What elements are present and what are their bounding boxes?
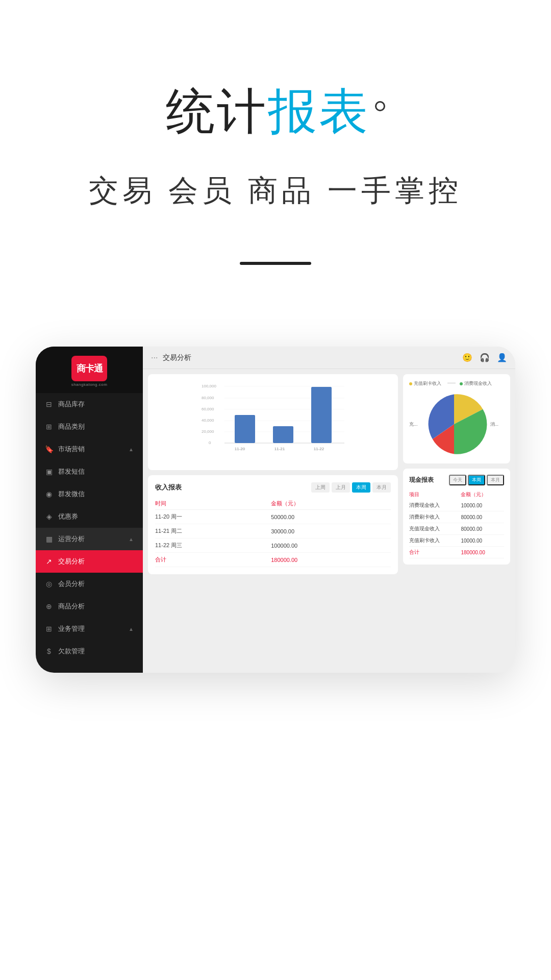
total-amount: 180000.00 — [461, 547, 504, 558]
cash-data-table: 项目 金额（元） 消费现金收入 10000.00 消费刷卡收入 80 — [409, 489, 504, 558]
sidebar-label: 商品库存 — [58, 400, 85, 409]
bar-chart-card: 100,000 80,000 60,000 40,000 20,000 0 — [148, 374, 398, 470]
headphone-icon[interactable]: 🎧 — [480, 353, 490, 362]
income-title: 收入报表 — [155, 483, 182, 492]
dashboard-screenshot: 商卡通 shangkatong.com ⊟ 商品库存 ⊞ 商品类别 🔖 市场营销… — [36, 347, 515, 673]
logo-box: 商卡通 — [71, 356, 107, 381]
sidebar-item-group-wechat[interactable]: ◉ 群发微信 — [36, 483, 143, 505]
money-icon: $ — [45, 647, 53, 655]
legend-dot — [460, 382, 463, 385]
pie-container: 充... 消... — [409, 391, 504, 457]
total-label: 合计 — [409, 547, 461, 558]
cash-tab-group: 今天 本周 本月 — [449, 475, 504, 485]
sidebar-item-coupons[interactable]: ◈ 优惠券 — [36, 505, 143, 528]
sidebar-item-debt-management[interactable]: $ 欠款管理 — [36, 640, 143, 663]
user-icon[interactable]: 👤 — [497, 353, 507, 362]
legend-item-recharge-card: 充值刷卡收入 — [409, 380, 441, 387]
topbar: ··· 交易分析 🙂 🎧 👤 — [143, 347, 515, 369]
table-row: 11-21 周二 30000.00 — [155, 524, 391, 538]
legend-label: 消费现金收入 — [464, 380, 492, 387]
sidebar-label: 商品分析 — [58, 602, 85, 611]
tab-this-week[interactable]: 本周 — [352, 482, 370, 493]
table-row: 11-22 周三 100000.00 — [155, 538, 391, 553]
pie-label-left: 充... — [409, 421, 418, 428]
table-icon: ⊞ — [45, 625, 53, 633]
sidebar-item-ops-analysis[interactable]: ▦ 运营分析 ▲ — [36, 528, 143, 550]
cash-title: 现金报表 — [409, 476, 434, 484]
cash-header: 现金报表 今天 本周 本月 — [409, 475, 504, 485]
grid-icon: ⊞ — [45, 423, 53, 431]
chevron-up-icon: ▲ — [129, 536, 134, 542]
smile-icon[interactable]: 🙂 — [462, 353, 472, 362]
sidebar-logo: 商卡通 shangkatong.com — [36, 347, 143, 393]
row-amount: 100000.00 — [271, 538, 391, 553]
table-row: 11-20 周一 50000.00 — [155, 510, 391, 524]
svg-text:100,000: 100,000 — [202, 384, 216, 388]
topbar-icons: 🙂 🎧 👤 — [462, 353, 507, 362]
tab-last-month[interactable]: 上月 — [332, 482, 350, 493]
table-row: 充值现金收入 80000.00 — [409, 523, 504, 535]
col-date: 时间 — [155, 498, 271, 510]
income-table-header: 收入报表 上周 上月 本周 本月 — [155, 482, 391, 493]
sidebar-item-goods-analysis[interactable]: ⊕ 商品分析 — [36, 595, 143, 618]
row-amount: 80000.00 — [461, 523, 504, 535]
row-date: 11-21 周二 — [155, 524, 271, 538]
tab-this-month[interactable]: 本月 — [372, 482, 391, 493]
sidebar-item-group-sms[interactable]: ▣ 群发短信 — [36, 460, 143, 483]
tab-today[interactable]: 今天 — [449, 475, 466, 485]
sidebar-item-market-marketing[interactable]: 🔖 市场营销 ▲ — [36, 438, 143, 460]
left-panel: 100,000 80,000 60,000 40,000 20,000 0 — [148, 374, 398, 668]
pie-chart-card: 充值刷卡收入 —— 消费现金收入 充... — [403, 374, 510, 463]
tag-icon: ◈ — [45, 512, 53, 521]
sidebar-item-biz-management[interactable]: ⊞ 业务管理 ▲ — [36, 618, 143, 640]
sidebar-label: 欠款管理 — [58, 647, 85, 656]
sidebar-item-member-analysis[interactable]: ◎ 会员分析 — [36, 573, 143, 595]
svg-text:80,000: 80,000 — [202, 396, 214, 400]
sidebar-item-goods-inventory[interactable]: ⊟ 商品库存 — [36, 393, 143, 415]
menu-dots[interactable]: ··· — [151, 353, 158, 362]
sidebar-label: 业务管理 — [58, 624, 85, 633]
col-item: 项目 — [409, 489, 461, 500]
total-row: 合计 180000.00 — [409, 547, 504, 558]
chevron-up-icon: ▲ — [129, 447, 134, 452]
svg-rect-14 — [311, 387, 332, 443]
row-amount: 80000.00 — [461, 511, 504, 523]
hero-subtitle: 交易 会员 商品 一手掌控 — [0, 171, 551, 211]
svg-text:11-22: 11-22 — [314, 447, 324, 451]
cart-icon: ⊟ — [45, 400, 53, 408]
tab-last-week[interactable]: 上周 — [311, 482, 330, 493]
col-amount: 金额（元） — [271, 498, 391, 510]
tab-this-month[interactable]: 本月 — [487, 475, 504, 485]
legend-item-spend-cash: 消费现金收入 — [460, 380, 492, 387]
sidebar-item-trade-analysis[interactable]: ↗ 交易分析 — [36, 550, 143, 573]
chevron-up-icon: ▲ — [129, 626, 134, 632]
logo-sub: shangkatong.com — [71, 382, 108, 387]
income-tab-group: 上周 上月 本周 本月 — [311, 482, 391, 493]
cash-table-card: 现金报表 今天 本周 本月 项目 金额（元） — [403, 469, 510, 565]
svg-rect-13 — [273, 426, 293, 443]
sms-icon: ▣ — [45, 468, 53, 476]
sidebar-item-goods-category[interactable]: ⊞ 商品类别 — [36, 415, 143, 438]
pie-chart-svg — [421, 391, 487, 457]
row-amount: 30000.00 — [271, 524, 391, 538]
legend-label: 充值刷卡收入 — [414, 380, 441, 387]
row-item: 消费现金收入 — [409, 500, 461, 511]
sidebar-label: 会员分析 — [58, 579, 85, 589]
svg-text:60,000: 60,000 — [202, 407, 214, 411]
sidebar-label: 群发短信 — [58, 467, 85, 476]
row-item: 充值现金收入 — [409, 523, 461, 535]
sidebar-label: 交易分析 — [58, 557, 85, 566]
hero-section: 统计报表 交易 会员 商品 一手掌控 — [0, 0, 551, 296]
total-row: 合计 180000.00 — [155, 553, 391, 567]
svg-text:20,000: 20,000 — [202, 429, 214, 434]
sidebar-label: 商品类别 — [58, 422, 85, 431]
sidebar: 商卡通 shangkatong.com ⊟ 商品库存 ⊞ 商品类别 🔖 市场营销… — [36, 347, 143, 673]
svg-text:11-20: 11-20 — [235, 447, 245, 451]
tab-this-week[interactable]: 本周 — [468, 475, 485, 485]
title-accent: 报表 — [268, 84, 370, 138]
sidebar-label: 运营分析 — [58, 534, 85, 544]
pie-legend: 充值刷卡收入 —— 消费现金收入 — [409, 380, 504, 387]
title-dot — [375, 101, 385, 111]
svg-text:0: 0 — [209, 440, 211, 445]
topbar-title: 交易分析 — [163, 353, 191, 362]
